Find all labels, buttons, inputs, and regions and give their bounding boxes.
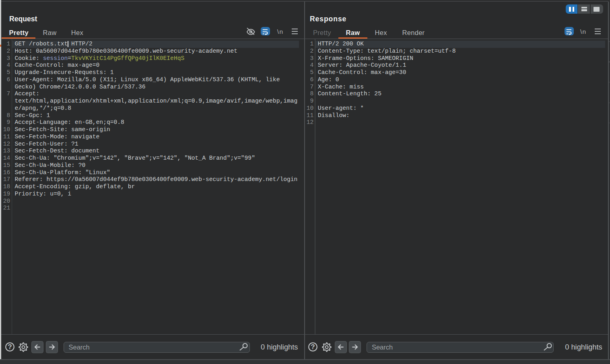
svg-text:?: ?	[311, 343, 315, 350]
svg-text:?: ?	[8, 343, 12, 350]
